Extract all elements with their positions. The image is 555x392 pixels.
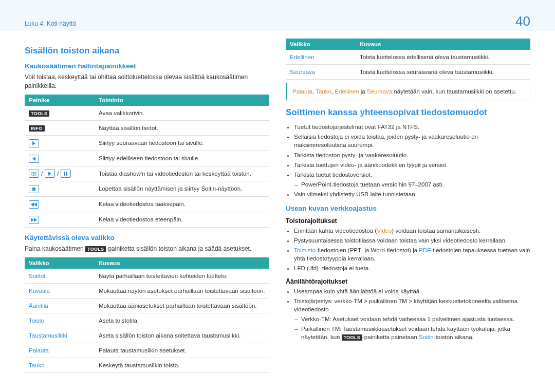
table-row: Siirtyy seuraavaan tiedostoon tai sivull… bbox=[25, 135, 269, 151]
table-row: ToistoAseta toistotila. bbox=[25, 313, 269, 328]
list-item: Pystysuuntaisessa toistotilassa voidaan … bbox=[294, 236, 530, 245]
table-row: Lopettaa sisällön näyttämisen ja siirtyy… bbox=[25, 181, 269, 196]
text-fragment: Toistojärjestys: verkko-TM > paikallinen… bbox=[294, 298, 517, 312]
text-fragment: -painiketta painetaan bbox=[362, 334, 419, 340]
document-page: Luku 4. Koti-näyttö 40 Sisällön toiston … bbox=[0, 0, 555, 392]
cell: Toista luettelossa edellisenä oleva taus… bbox=[356, 50, 530, 65]
compatible-formats-title: Soittimen kanssa yhteensopivat tiedostom… bbox=[286, 107, 530, 118]
list-item: Vain viimeksi yhdistetty USB-laite tunni… bbox=[294, 190, 530, 198]
table-row: Siirtyy edelliseen tiedostoon tai sivull… bbox=[25, 151, 269, 166]
pause-icon bbox=[61, 170, 71, 178]
list-item: Tarkista tuettujen video- ja äänikoodekk… bbox=[294, 161, 530, 169]
text-fragment: Tarkista tuetut tiedostoversiot. bbox=[294, 172, 372, 178]
table-header-action: Toiminto bbox=[95, 95, 269, 106]
note-box: Palauta, Tauko, Edellinen ja Seuraava nä… bbox=[286, 83, 530, 100]
table-row: PalautaPalauta taustamusiikin asetukset. bbox=[25, 343, 269, 358]
cell: Mukauttaa näytön asetukset parhaillaan t… bbox=[95, 283, 269, 298]
list-item: Sellaisia tiedostoja ei voida toistaa, j… bbox=[294, 133, 530, 149]
slash: / bbox=[41, 170, 43, 178]
menu-name: Palauta bbox=[25, 343, 95, 358]
text-fragment: ) voidaan toistaa samanaikaisesti. bbox=[392, 228, 480, 234]
text-fragment: näytetään vain, kun taustamusiikki on as… bbox=[392, 88, 516, 95]
slash: / bbox=[57, 170, 59, 178]
table-row: KuvatilaMukauttaa näytön asetukset parha… bbox=[25, 283, 269, 298]
cell: Aseta sisällön toiston aikana soitettava… bbox=[95, 328, 269, 343]
cell: Avaa valikkorivin. bbox=[95, 106, 269, 121]
table-row: Kelaa videotiedostoa taaksepäin. bbox=[25, 196, 269, 212]
cell: Siirtyy seuraavaan tiedostoon tai sivull… bbox=[95, 135, 269, 151]
table-header-desc: Kuvaus bbox=[356, 39, 530, 50]
tools-badge-icon: TOOLS bbox=[29, 110, 49, 117]
remote-buttons-table: Painike Toiminto TOOLS Avaa valikkorivin… bbox=[25, 95, 269, 228]
list-sub-item: Verkko-TM: Asetukset voidaan tehdä vaihe… bbox=[301, 315, 530, 323]
stop-icon bbox=[29, 185, 39, 193]
remote-buttons-title: Kaukosäätimen hallintapainikkeet bbox=[25, 62, 269, 70]
play-icon bbox=[45, 170, 55, 178]
list-item: Toimisto-tiedostojen (PPT- ja Word-tiedo… bbox=[294, 246, 530, 263]
menu-name: Taustamusiikki bbox=[25, 328, 95, 343]
table-row: TaukoKeskeytä taustamusiikin toisto. bbox=[25, 358, 269, 373]
cell: Lopettaa sisällön näyttämisen ja siirtyy… bbox=[95, 181, 269, 196]
cell: Siirtyy edelliseen tiedostoon tai sivull… bbox=[95, 151, 269, 166]
next-icon bbox=[29, 139, 39, 147]
audio-limits-list: Useampaa kuin yhtä äänilähtöä ei voida k… bbox=[286, 287, 530, 342]
cell: Keskeytä taustamusiikin toisto. bbox=[95, 358, 269, 373]
cell: Kelaa videotiedostoa taaksepäin. bbox=[95, 196, 269, 212]
network-scheduling-title: Usean kuvan verkkoajastus bbox=[286, 204, 530, 212]
table-row: INFO Näyttää sisällön tiedot. bbox=[25, 120, 269, 135]
table-row: Soittol.Näytä parhaillaan toistettavien … bbox=[25, 269, 269, 284]
compat-bullets: Tuetut tiedostojärjestelmät ovat FAT32 j… bbox=[286, 123, 530, 198]
playback-limits-title: Toistorajoitukset bbox=[286, 217, 530, 225]
note-link: Tauko bbox=[316, 88, 331, 95]
tools-badge-icon: TOOLS bbox=[85, 246, 106, 252]
list-item: Toistojärjestys: verkko-TM > paikallinen… bbox=[294, 297, 530, 341]
available-menu-title: Käytettävissä oleva valikko bbox=[25, 234, 269, 241]
cell: Näytä parhaillaan toistettavien kohteide… bbox=[95, 269, 269, 284]
diashow-icon bbox=[29, 170, 39, 178]
svg-rect-4 bbox=[32, 188, 35, 191]
table-row: Kelaa videotiedostoa eteenpäin. bbox=[25, 212, 269, 227]
text-fragment: -toiston aikana. bbox=[434, 334, 474, 340]
page-number: 40 bbox=[515, 13, 530, 29]
page-header: Luku 4. Koti-näyttö 40 bbox=[25, 13, 530, 29]
note-link: Palauta bbox=[292, 88, 312, 95]
svg-rect-2 bbox=[64, 172, 65, 176]
inline-link: PDF bbox=[419, 247, 431, 253]
table-row: SeuraavaToista luettelossa seuraavana ol… bbox=[286, 65, 530, 80]
table-row: TaustamusiikkiAseta sisällön toiston aik… bbox=[25, 328, 269, 343]
remote-buttons-desc: Voit toistaa, keskeyttää tai ohittaa soi… bbox=[25, 73, 269, 90]
svg-rect-3 bbox=[66, 172, 67, 176]
text-fragment: ja bbox=[359, 88, 367, 95]
cell: Palauta taustamusiikin asetukset. bbox=[95, 343, 269, 358]
left-column: Sisällön toiston aikana Kaukosäätimen ha… bbox=[25, 39, 269, 373]
chapter-label: Luku 4. Koti-näyttö bbox=[25, 20, 76, 27]
menu-name: Tauko bbox=[25, 358, 95, 373]
table-header-menu: Valikko bbox=[25, 257, 95, 269]
cell: Näyttää sisällön tiedot. bbox=[95, 120, 269, 135]
note-link: Edellinen bbox=[335, 88, 359, 95]
table-header-button: Painike bbox=[25, 95, 95, 106]
cell: Toista luettelossa seuraavana oleva taus… bbox=[356, 65, 530, 80]
cell: Kelaa videotiedostoa eteenpäin. bbox=[95, 212, 269, 227]
menu-name: Äänitila bbox=[25, 298, 95, 313]
menu-name: Seuraava bbox=[286, 65, 356, 80]
playback-limits-list: Enintään kahta videotiedostoa (Video) vo… bbox=[286, 227, 530, 272]
cell: Aseta toistotila. bbox=[95, 313, 269, 328]
text-fragment: -painiketta sisällön toiston aikana ja s… bbox=[106, 245, 251, 252]
two-column-layout: Sisällön toiston aikana Kaukosäätimen ha… bbox=[25, 39, 530, 373]
text-fragment: Paina kaukosäätimen bbox=[25, 245, 85, 252]
list-item: Tarkista tiedoston pysty- ja vaakaresolu… bbox=[294, 151, 530, 159]
cell: Toistaa diashow'n tai videotiedoston tai… bbox=[95, 166, 269, 181]
list-sub-item: PowerPoint-tiedostoja tuetaan versioihin… bbox=[301, 180, 530, 189]
menu-name: Soittol. bbox=[25, 269, 95, 284]
inline-link: Toimisto bbox=[294, 247, 316, 253]
table-header-desc: Kuvaus bbox=[95, 257, 269, 269]
table-row: ÄänitilaMukauttaa ääniasetukset parhaill… bbox=[25, 298, 269, 313]
playback-section-title: Sisällön toiston aikana bbox=[25, 46, 269, 56]
inline-link: Soitin bbox=[419, 334, 434, 340]
list-sub-item: Paikallinen TM: Taustamusiikkiasetukset … bbox=[301, 325, 530, 341]
info-badge-icon: INFO bbox=[29, 125, 45, 132]
menu-table-continued: Valikko Kuvaus EdellinenToista luettelos… bbox=[286, 39, 530, 80]
available-menu-desc: Paina kaukosäätimen TOOLS-painiketta sis… bbox=[25, 245, 269, 253]
table-row: / / Toistaa diashow'n tai videotiedost bbox=[25, 166, 269, 181]
